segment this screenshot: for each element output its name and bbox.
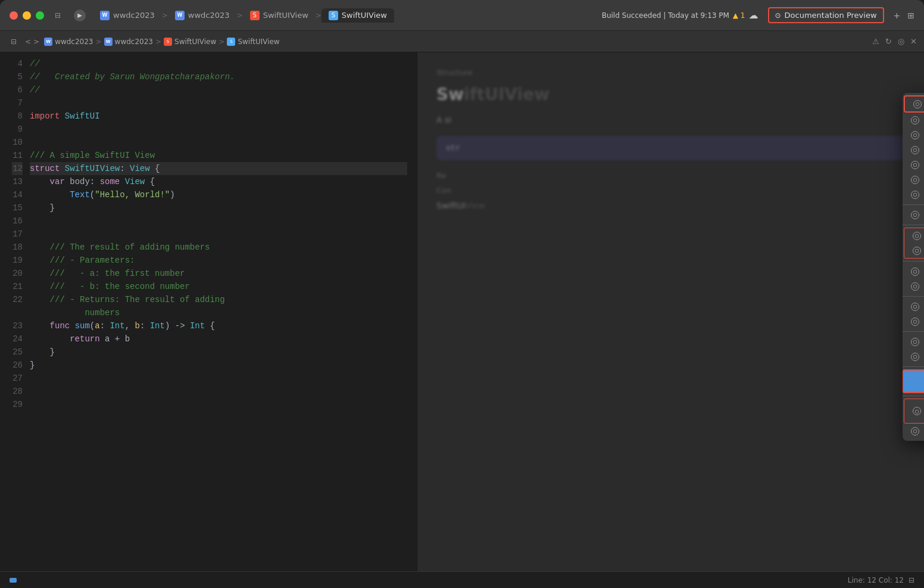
sidebar-toggle-icon[interactable]: ⊟	[51, 11, 64, 20]
line-num-16: 16	[12, 214, 23, 228]
line-num-12: 12	[12, 162, 23, 175]
code-line-10	[30, 136, 407, 149]
code-line-26: }	[30, 359, 407, 372]
dropdown-menu: ○ Counterparts ▶ ○ Superclasses ○ Subcla…	[903, 93, 924, 441]
includes-icon: ○	[913, 232, 921, 240]
breadcrumb-item-2[interactable]: W wwdc2023	[104, 38, 153, 46]
menu-item-disassembly[interactable]: ○ Disassembly	[903, 424, 924, 438]
code-line-16	[30, 214, 407, 228]
line-num-6: 6	[12, 83, 23, 97]
menu-item-included-by[interactable]: ○ Included By	[904, 243, 924, 258]
code-line-25: }	[30, 346, 407, 359]
documentation-preview-icon: ⊙	[911, 377, 919, 385]
swiftui-icon: S	[329, 11, 338, 20]
menu-item-categories[interactable]: ○ Categories	[903, 172, 924, 187]
breadcrumb-item-3[interactable]: S SwiftUIView	[164, 38, 216, 46]
line-num-17: 17	[12, 228, 23, 241]
conf-label: Con	[436, 185, 905, 197]
menu-sep-2	[903, 225, 924, 225]
code-line-4: //	[30, 57, 407, 70]
refresh-icon[interactable]: ↻	[885, 37, 892, 46]
breadcrumb-swift-label: SwiftUIView	[174, 38, 216, 46]
line-num-14: 14	[12, 188, 23, 201]
maximize-button[interactable]	[36, 11, 44, 20]
tab-label-4: SwiftUIView	[342, 11, 387, 20]
warning-icon: ⚠	[872, 37, 879, 46]
sidebar-mini-toggle[interactable]: ⊟	[7, 37, 20, 46]
tab-sep-1: >	[162, 11, 168, 20]
tab-wwdc2023-2[interactable]: W wwdc2023	[168, 8, 237, 23]
line-num-18: 18	[12, 241, 23, 254]
menu-item-user-interfaces[interactable]: ○ User Interfaces	[903, 207, 924, 222]
close-tab-icon[interactable]: ✕	[910, 37, 917, 46]
menu-item-test-callers[interactable]: ○ Test Callers	[903, 314, 924, 329]
menu-sep-7	[903, 396, 924, 396]
tab-wwdc2023-1[interactable]: W wwdc2023	[93, 8, 162, 23]
code-line-18: /// The result of adding numbers	[30, 241, 407, 254]
menu-item-superclasses[interactable]: ○ Superclasses	[903, 113, 924, 127]
breadcrumb-wwdc-icon-2: W	[104, 38, 113, 46]
line-num-9: 9	[12, 123, 23, 136]
line-num-13: 13	[12, 175, 23, 188]
doc-preview-icon: ⊙	[775, 11, 781, 20]
link-icon[interactable]: ◎	[898, 37, 904, 46]
nav-fwd-btn[interactable]: >	[33, 38, 39, 46]
line-numbers: 4 5 6 7 8 9 10 11 12 13 14 15 16 17 18 1…	[0, 52, 30, 571]
swift-icon: S	[250, 11, 260, 20]
code-line-23: func sum(a: Int, b: Int) -> Int {	[30, 319, 407, 332]
assembly-icon: ○	[911, 353, 919, 361]
breadcrumb-swiftui-icon: S	[227, 38, 235, 46]
tab-swiftui-2[interactable]: S SwiftUIView	[321, 8, 394, 23]
run-button[interactable]: ▶	[74, 10, 86, 21]
menu-item-generated-interface[interactable]: ○ Generated Interface ▶	[904, 399, 924, 423]
line-num-28: 28	[12, 385, 23, 398]
split-panel-icon[interactable]: ⊞	[907, 11, 914, 20]
siblings-icon: ○	[911, 146, 919, 154]
line-num-22a: 22	[12, 293, 23, 306]
traffic-lights	[10, 11, 44, 20]
main-content: 4 5 6 7 8 9 10 11 12 13 14 15 16 17 18 1…	[0, 52, 924, 571]
doc-preview-label: Documentation Preview	[785, 11, 877, 20]
status-bar: Line: 12 Col: 12 ⊟	[0, 571, 924, 588]
menu-item-siblings[interactable]: ○ Siblings	[903, 142, 924, 157]
breadcrumb-item-4[interactable]: S SwiftUIView	[227, 38, 279, 46]
close-button[interactable]	[10, 11, 18, 20]
menu-item-extensions[interactable]: ○ Extensions	[903, 157, 924, 172]
menu-item-test-classes[interactable]: ○ Test Classes	[903, 299, 924, 314]
menu-item-assembly[interactable]: ○ Assembly	[903, 349, 924, 364]
struct-label: Structure	[436, 67, 905, 79]
editor-split-icon: ⊟	[909, 576, 914, 584]
wwdc-icon-1: W	[100, 11, 110, 20]
view-title: SwiftUIView	[436, 82, 905, 108]
related-label: Re	[436, 170, 905, 182]
code-line-20: /// - a: the first number	[30, 267, 407, 280]
tab-swiftui-1[interactable]: S SwiftUIView	[243, 8, 316, 23]
minimize-button[interactable]	[23, 11, 31, 20]
menu-item-callers[interactable]: ○ Callers	[903, 264, 924, 279]
line-num-25: 25	[12, 346, 23, 359]
build-status-text: Build Succeeded | Today at 9:13 PM	[602, 11, 729, 20]
cloud-icon: ☁	[749, 10, 758, 21]
menu-sep-6	[903, 366, 924, 367]
menu-item-preprocess[interactable]: ○ Preprocess	[903, 334, 924, 349]
line-num-15: 15	[12, 201, 23, 214]
tab-label-3: SwiftUIView	[263, 11, 308, 20]
menu-item-subclasses[interactable]: ○ Subclasses	[903, 127, 924, 142]
xcode-window: ⊟ ▶ W wwdc2023 > W wwdc2023 > S SwiftUIV…	[0, 0, 924, 588]
code-line-17	[30, 228, 407, 241]
superclasses-icon: ○	[911, 116, 919, 125]
nav-back-btn[interactable]: <	[25, 38, 31, 46]
menu-item-includes[interactable]: ○ Includes	[904, 228, 924, 243]
menu-item-protocols[interactable]: ○ Protocols	[903, 187, 924, 202]
breadcrumb-sep-3: >	[218, 38, 224, 46]
doc-preview-top-button[interactable]: ⊙ Documentation Preview	[768, 7, 884, 23]
build-status: Build Succeeded | Today at 9:13 PM ▲ 1 ☁	[602, 10, 758, 21]
menu-item-callees[interactable]: ○ Callees	[903, 279, 924, 294]
menu-item-counterparts[interactable]: ○ Counterparts ▶	[904, 95, 924, 113]
menu-item-documentation-preview[interactable]: ⊙ Documentation Preview	[903, 369, 924, 393]
code-line-24: return a + b	[30, 332, 407, 346]
plus-icon[interactable]: +	[894, 11, 901, 20]
breadcrumb-item-1[interactable]: W wwdc2023	[44, 38, 93, 46]
code-line-12[interactable]: struct SwiftUIView: View {	[30, 162, 407, 175]
title-tabs: W wwdc2023 > W wwdc2023 > S SwiftUIView …	[93, 8, 595, 23]
